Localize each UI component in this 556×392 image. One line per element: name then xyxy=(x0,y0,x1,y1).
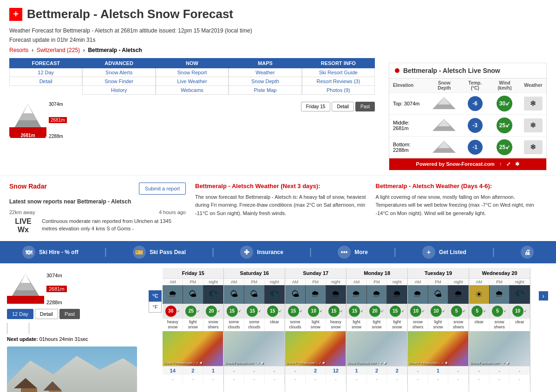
day-header-5: Wednesday 20 xyxy=(469,268,530,279)
wind-cell-4-0: 10 ↙ xyxy=(408,304,428,319)
nav-advanced-header[interactable]: ADVANCED xyxy=(82,58,155,68)
nav-forecast-detail[interactable]: Detail xyxy=(9,77,82,86)
prev-arrow[interactable] xyxy=(7,323,18,334)
live-snow-row-bot: Bottom: 2288m -1 25↙ ❄ xyxy=(389,136,546,158)
live-snow-row-top: Top: 3074m -6 30↙ ❄ xyxy=(389,92,546,114)
nav-forecast: FORECAST 12 Day Detail xyxy=(9,58,82,95)
weather-icon-cell-1-1: 🌤 xyxy=(244,285,265,304)
services-banner: 🍽 Ski Hire - % off | 🎫 Ski Pass Deal | ✚… xyxy=(0,241,556,263)
print-link[interactable]: 🖨 xyxy=(521,246,534,259)
nav-advanced-history[interactable]: History xyxy=(82,86,155,95)
svg-marker-12 xyxy=(21,274,30,283)
wind-cell-0-1: 25 ↙ xyxy=(183,304,203,319)
snow-cm-3-0: 1 xyxy=(347,366,367,375)
nav-maps-depth[interactable]: Snow Depth xyxy=(229,77,301,86)
nav-resort-header[interactable]: RESORT INFO xyxy=(302,58,375,68)
get-listed-link[interactable]: + Get Listed xyxy=(422,246,466,259)
weather-icon-cell-0-1: 🌤 xyxy=(183,285,203,304)
weather-icon-cell-3-0: 🌨 xyxy=(347,285,367,304)
svg-rect-18 xyxy=(21,388,37,392)
summary-cell-4-1: lightsnow xyxy=(428,319,449,331)
submit-report-button[interactable]: Submit a report xyxy=(139,183,186,195)
weather-icon-cell-0-0: 🌨 xyxy=(163,285,183,304)
wind-cell-5-2: 10 ↙ xyxy=(510,304,530,319)
more-link[interactable]: ••• More xyxy=(338,246,368,259)
btn-12day-bottom[interactable]: 12 Day xyxy=(7,309,33,319)
svg-marker-9 xyxy=(438,141,450,148)
btn-detail-bottom[interactable]: Detail xyxy=(35,309,58,319)
day-header-3: Monday 18 xyxy=(347,268,407,279)
livewx-logo: LIVE Wx xyxy=(9,217,37,234)
ski-hire-link[interactable]: 🍽 Ski Hire - % off xyxy=(22,246,78,259)
snow-cm-0-2: 1 xyxy=(203,366,224,375)
live-top-label: Top: 3074m xyxy=(389,92,428,114)
live-bot-weather: ❄ xyxy=(520,136,546,158)
summary-cell-0-0: heavysnow xyxy=(163,319,183,331)
next-days-arrow[interactable]: › xyxy=(539,291,548,301)
btn-detail[interactable]: Detail xyxy=(332,102,354,111)
snow-mm-2-0: - xyxy=(285,375,306,383)
wind-cell-3-1: 20 ↙ xyxy=(367,304,387,319)
nav-now-weather[interactable]: Live Weather xyxy=(156,77,229,86)
snow-cm-1-0: - xyxy=(224,366,244,375)
top-elevation: 3074m xyxy=(49,102,67,107)
weather-days46-text: A light covering of new snow, mostly fal… xyxy=(376,193,547,218)
bot-bot-elev: 2288m xyxy=(46,300,67,305)
get-listed-label: Get Listed xyxy=(439,249,466,255)
next-arrow[interactable] xyxy=(18,323,29,334)
time-header-2-1: PM xyxy=(306,279,326,285)
nav-now-report[interactable]: Snow Report xyxy=(156,68,229,77)
day-col-3: Monday 18AMPMnight 🌨 🌨 🌨 15 ↙ 20 ↙ 15 ↙ … xyxy=(347,268,408,392)
live-snow-footer: Powered by Snow-Forecast.com ↑ ⤢ ✱ xyxy=(389,158,546,170)
live-snow-title: Bettmeralp - Aletsch Live Snow xyxy=(403,67,500,74)
wind-cell-1-1: 15 ↙ xyxy=(244,304,265,319)
breadcrumb-resorts[interactable]: Resorts xyxy=(9,47,28,53)
weather-days46-section: Bettmeralp - Aletsch Weather (Days 4-6):… xyxy=(376,183,547,234)
snow-cm-2-2: 12 xyxy=(326,366,347,375)
summary-cell-4-0: snowshwrs xyxy=(408,319,428,331)
celsius-btn[interactable]: °C xyxy=(149,290,162,301)
snow-mm-3-2: - xyxy=(387,375,407,383)
snow-cm-2-0: - xyxy=(285,366,306,375)
mid-elevation: 2681m xyxy=(49,117,67,123)
ski-hire-icon: 🍽 xyxy=(22,246,35,259)
nav-maps-header[interactable]: MAPS xyxy=(229,58,301,68)
nav-forecast-header[interactable]: FORECAST xyxy=(9,58,82,68)
weather-icon-cell-1-0: 🌤 xyxy=(224,285,244,304)
btn-past-bottom[interactable]: Past xyxy=(59,309,80,319)
breadcrumb-country[interactable]: Switzerland (225) xyxy=(37,47,80,53)
snow-cm-5-2: - xyxy=(510,366,530,375)
summary-cell-2-2: heavysnow xyxy=(326,319,347,331)
breadcrumb-current: Bettmeralp - Aletsch xyxy=(88,47,142,53)
bottom-left-panel: 3074m 2681m 2288m 12 Day Detail Past Nex… xyxy=(0,268,149,392)
weather-icon-cell-1-2: 🌑 xyxy=(265,285,285,304)
nav-maps-piste[interactable]: Piste Map xyxy=(229,86,301,95)
snow-mm-5-1: - xyxy=(490,375,510,383)
snow-radar-title: Snow Radar xyxy=(9,183,47,190)
time-header-1-2: night xyxy=(265,279,285,285)
snow-mm-5-0: - xyxy=(469,375,490,383)
btn-12day[interactable]: Friday 15 xyxy=(301,102,331,111)
radar-time-ago: 4 hours ago xyxy=(159,209,186,215)
summary-cell-0-1: lightsnow xyxy=(183,319,203,331)
nav-forecast-12day[interactable]: 12 Day xyxy=(9,68,82,77)
day-col-1: Saturday 16AMPMnight 🌤 🌤 🌑 15 ↙ 15 ↙ 15 … xyxy=(224,268,285,392)
nav-advanced-finder[interactable]: Snow Finder xyxy=(82,77,155,86)
weather-next3-title: Bettmeralp - Aletsch Weather (Next 3 day… xyxy=(195,183,366,189)
nav-resort-photos[interactable]: Photos (9) xyxy=(302,86,375,95)
btn-past[interactable]: Past xyxy=(355,102,375,111)
insurance-link[interactable]: ✚ Insurance xyxy=(240,246,283,259)
time-header-3-2: night xyxy=(387,279,407,285)
nav-now-header[interactable]: NOW xyxy=(156,58,229,68)
get-listed-icon: + xyxy=(422,246,435,259)
nav-advanced-alerts[interactable]: Snow Alerts xyxy=(82,68,155,77)
fahrenheit-btn[interactable]: °F xyxy=(149,301,162,313)
nav-resort-reviews[interactable]: Resort Reviews (3) xyxy=(302,77,375,86)
nav-resort-guide[interactable]: Ski Resort Guide xyxy=(302,68,375,77)
ski-pass-link[interactable]: 🎫 Ski Pass Deal xyxy=(133,246,186,259)
wind-cell-5-0: 5 ↙ xyxy=(469,304,490,319)
snow-radar-section: Snow Radar Submit a report Latest snow r… xyxy=(9,183,186,234)
weather-next3-text: The snow forecast for Bettmeralp - Alets… xyxy=(195,193,366,218)
nav-maps-weather[interactable]: Weather xyxy=(229,68,301,77)
nav-now-webcams[interactable]: Webcams xyxy=(156,86,229,95)
